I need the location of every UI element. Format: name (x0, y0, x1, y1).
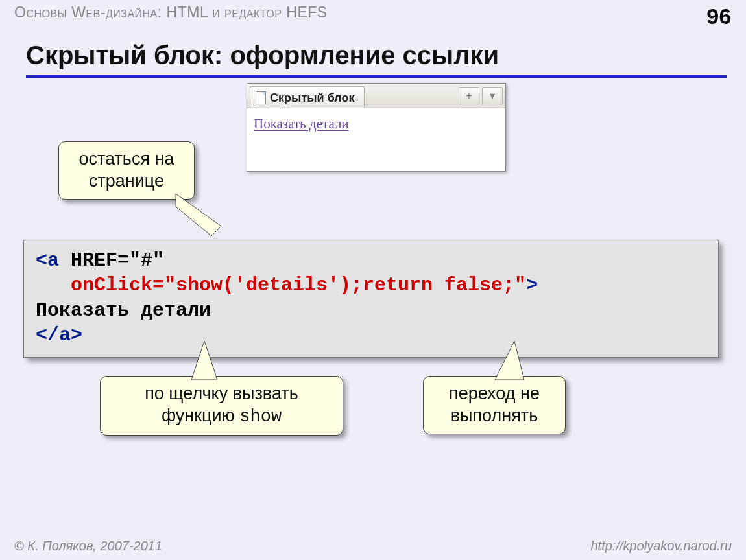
callout-arrow-icon (488, 341, 540, 380)
callout-arrow-icon (176, 187, 234, 246)
tab-menu-button[interactable]: ▾ (482, 88, 503, 104)
code-example: <a HREF="#" onClick="show('details');ret… (23, 240, 719, 358)
browser-window: Скрытый блок + ▾ Показать детали (247, 83, 506, 172)
browser-tab[interactable]: Скрытый блок (250, 86, 365, 108)
slide-header: Основы Web-дизайна: HTML и редактор HEFS… (0, 0, 746, 29)
details-link[interactable]: Показать детали (254, 116, 349, 132)
svg-marker-2 (495, 341, 524, 380)
svg-marker-0 (176, 194, 221, 236)
page-icon (256, 91, 266, 104)
svg-marker-1 (191, 341, 217, 380)
tab-label: Скрытый блок (270, 91, 355, 105)
browser-tabbar: Скрытый блок + ▾ (247, 84, 505, 108)
callout-no-navigate: переход не выполнять (423, 376, 566, 434)
page-number: 96 (706, 4, 732, 29)
slide-title: Скрытый блок: оформление ссылки (26, 41, 727, 78)
slide-footer: © К. Поляков, 2007-2011 http://kpolyakov… (0, 539, 746, 554)
callout-stay-on-page: остаться на странице (58, 141, 195, 200)
topic-text: Основы Web-дизайна: HTML и редактор HEFS (14, 4, 328, 21)
new-tab-button[interactable]: + (459, 88, 479, 104)
browser-content: Показать детали (247, 108, 505, 171)
footer-url: http://kpolyakov.narod.ru (590, 539, 732, 554)
callout-arrow-icon (185, 341, 237, 380)
callout-onclick: по щелчку вызвать функцию show (100, 376, 343, 436)
copyright: © К. Поляков, 2007-2011 (14, 539, 162, 554)
